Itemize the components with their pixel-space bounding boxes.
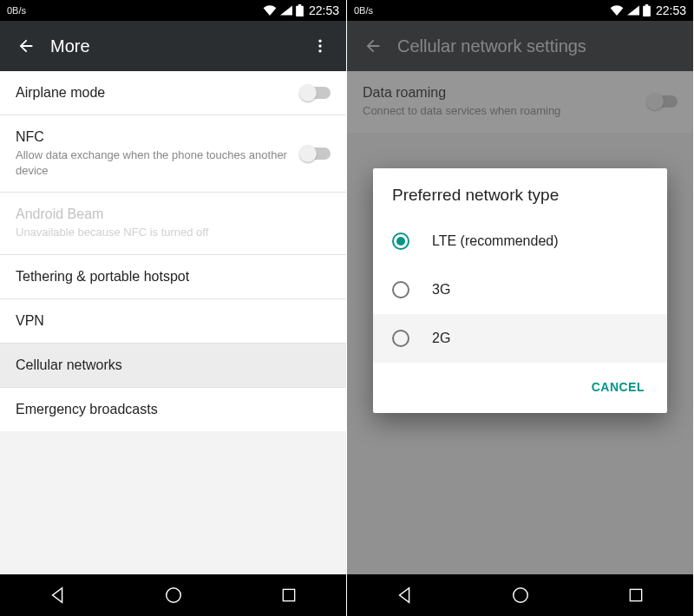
status-icons: 22:53 [610, 3, 686, 17]
nav-home-icon [511, 586, 530, 605]
item-title: Emergency broadcasts [16, 402, 331, 417]
arrow-left-icon [16, 36, 36, 56]
status-icons: 22:53 [263, 3, 339, 17]
svg-point-3 [166, 588, 180, 603]
settings-list: Airplane mode NFC Allow data exchange wh… [0, 71, 346, 574]
airplane-mode-toggle[interactable] [301, 87, 331, 99]
radio-option-lte[interactable]: LTE (recommended) [373, 217, 667, 265]
wifi-icon [263, 5, 277, 16]
svg-point-0 [318, 40, 321, 43]
app-bar: More [0, 21, 346, 71]
clock: 22:53 [656, 3, 686, 17]
nav-recent-icon [280, 587, 298, 604]
list-item-vpn[interactable]: VPN [0, 298, 346, 343]
signal-icon [627, 5, 639, 16]
nav-back-button[interactable] [379, 578, 431, 613]
item-title: VPN [16, 313, 331, 329]
list-item-emergency-broadcasts[interactable]: Emergency broadcasts [0, 387, 346, 431]
list-item-android-beam: Android Beam Unavailable because NFC is … [0, 192, 346, 254]
battery-icon [643, 4, 651, 16]
svg-rect-6 [630, 589, 641, 600]
overflow-menu-button[interactable] [304, 37, 336, 55]
status-bar: 0B/s 22:53 [0, 0, 346, 21]
list-item-tethering[interactable]: Tethering & portable hotspot [0, 254, 346, 298]
nav-back-icon [396, 586, 415, 605]
list-item-nfc[interactable]: NFC Allow data exchange when the phone t… [0, 115, 346, 192]
svg-rect-4 [283, 589, 294, 600]
battery-icon [296, 4, 304, 16]
item-subtitle: Allow data exchange when the phone touch… [16, 147, 291, 178]
radio-label: LTE (recommended) [432, 233, 559, 249]
dialog-title: Preferred network type [373, 186, 667, 217]
clock: 22:53 [309, 3, 339, 17]
item-title: Android Beam [16, 206, 331, 222]
nav-home-button[interactable] [147, 578, 200, 613]
nav-home-button[interactable] [494, 578, 547, 613]
item-title: Airplane mode [16, 85, 291, 101]
wifi-icon [610, 5, 624, 16]
list-item-cellular-networks[interactable]: Cellular networks [0, 343, 346, 387]
radio-option-3g[interactable]: 3G [373, 265, 667, 314]
svg-point-2 [318, 49, 321, 52]
signal-icon [280, 5, 292, 16]
net-speed: 0B/s [354, 5, 373, 16]
nav-bar [347, 574, 693, 616]
nav-bar [0, 574, 346, 616]
phone-left: 0B/s 22:53 More Airplane mode NFC Allow … [0, 0, 347, 616]
nav-recent-button[interactable] [610, 578, 662, 613]
status-bar: 0B/s 22:53 [347, 0, 693, 21]
item-subtitle: Unavailable because NFC is turned off [16, 225, 331, 240]
radio-icon [392, 281, 409, 298]
nav-recent-icon [627, 587, 645, 604]
phone-right: 0B/s 22:53 Cellular network settings Dat… [347, 0, 694, 616]
list-item-airplane-mode[interactable]: Airplane mode [0, 71, 346, 115]
radio-label: 3G [432, 282, 450, 298]
preferred-network-dialog: Preferred network type LTE (recommended)… [373, 168, 667, 413]
nav-recent-button[interactable] [263, 578, 315, 613]
page-title: More [42, 36, 304, 56]
radio-icon [392, 233, 409, 250]
cancel-button[interactable]: CANCEL [583, 373, 653, 401]
dialog-actions: CANCEL [373, 363, 667, 413]
svg-point-1 [318, 44, 321, 47]
nav-back-button[interactable] [32, 578, 84, 613]
more-vert-icon [311, 37, 329, 55]
net-speed: 0B/s [7, 5, 26, 16]
svg-point-5 [513, 588, 527, 603]
item-title: Tethering & portable hotspot [16, 269, 331, 285]
item-title: Cellular networks [16, 357, 331, 373]
nav-back-icon [49, 586, 68, 605]
radio-icon [392, 330, 409, 347]
radio-option-2g[interactable]: 2G [373, 314, 667, 363]
nav-home-icon [164, 586, 183, 605]
back-button[interactable] [10, 36, 42, 56]
nfc-toggle[interactable] [301, 147, 331, 160]
radio-label: 2G [432, 331, 450, 346]
item-title: NFC [16, 129, 291, 145]
